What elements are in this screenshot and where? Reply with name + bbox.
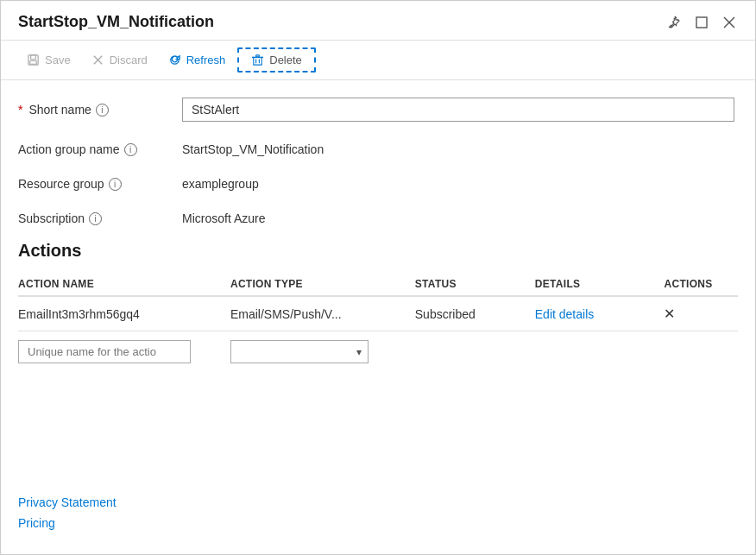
title-bar-controls [665, 14, 738, 31]
subscription-label: Subscription i [18, 206, 182, 225]
table-cell-action-type: Email/SMS/Push/V... [230, 296, 415, 331]
panel: StartStop_VM_Notification [0, 0, 756, 555]
add-action-remove-cell [664, 331, 738, 373]
panel-title: StartStop_VM_Notification [18, 13, 214, 31]
discard-button[interactable]: Discard [83, 48, 156, 72]
table-cell-action-name: EmailInt3m3rhm56gq4 [18, 296, 230, 331]
table-row: EmailInt3m3rhm56gq4 Email/SMS/Push/V... … [18, 296, 738, 331]
title-bar: StartStop_VM_Notification [1, 1, 755, 41]
subscription-info-icon[interactable]: i [89, 212, 102, 225]
footer-links: Privacy Statement Pricing [1, 487, 755, 554]
content-area: * Short name i Action group name i Start… [1, 80, 755, 487]
add-action-type-select[interactable]: Email/SMS/Push/Voice Webhook Automation … [230, 340, 369, 363]
subscription-field-row: Subscription i Microsoft Azure [18, 206, 738, 225]
actions-table: ACTION NAME ACTION TYPE STATUS DETAILS A… [18, 273, 738, 372]
svg-rect-1 [696, 17, 707, 28]
actions-section-title: Actions [18, 241, 738, 261]
save-button[interactable]: Save [18, 48, 79, 72]
col-header-action-name: ACTION NAME [18, 273, 230, 296]
svg-rect-10 [256, 55, 260, 57]
short-name-info-icon[interactable]: i [96, 104, 109, 117]
subscription-value: Microsoft Azure [182, 206, 265, 225]
privacy-statement-link[interactable]: Privacy Statement [18, 495, 738, 509]
add-action-row: Email/SMS/Push/Voice Webhook Automation … [18, 331, 738, 373]
remove-action-button[interactable]: ✕ [664, 306, 675, 322]
add-action-details-cell [535, 331, 665, 373]
add-action-status-cell [415, 331, 535, 373]
required-indicator: * [18, 103, 22, 117]
short-name-input[interactable] [182, 98, 734, 122]
col-header-action-type: ACTION TYPE [230, 273, 415, 296]
refresh-button[interactable]: Refresh [160, 48, 235, 72]
table-header-row: ACTION NAME ACTION TYPE STATUS DETAILS A… [18, 273, 738, 296]
table-cell-actions: ✕ [664, 296, 738, 331]
action-group-name-value: StartStop_VM_Notification [182, 137, 324, 156]
svg-rect-5 [31, 55, 36, 60]
col-header-status: STATUS [415, 273, 535, 296]
resource-group-field-row: Resource group i examplegroup [18, 172, 738, 191]
table-cell-details: Edit details [535, 296, 665, 331]
short-name-label: * Short name i [18, 98, 182, 117]
add-action-name-input[interactable] [18, 340, 191, 363]
resource-group-info-icon[interactable]: i [109, 178, 122, 191]
col-header-details: DETAILS [535, 273, 665, 296]
maximize-button[interactable] [693, 14, 710, 31]
resource-group-value: examplegroup [182, 172, 259, 191]
resource-group-label: Resource group i [18, 172, 182, 191]
svg-rect-6 [30, 60, 37, 64]
short-name-field-row: * Short name i [18, 98, 738, 122]
action-group-name-field-row: Action group name i StartStop_VM_Notific… [18, 137, 738, 156]
delete-button[interactable]: Delete [237, 47, 316, 73]
edit-details-link[interactable]: Edit details [535, 307, 594, 321]
add-action-name-cell [18, 331, 230, 373]
action-group-name-label: Action group name i [18, 137, 182, 156]
pricing-link[interactable]: Pricing [18, 516, 738, 530]
table-cell-status: Subscribed [415, 296, 535, 331]
action-group-name-info-icon[interactable]: i [124, 143, 137, 156]
add-action-type-cell: Email/SMS/Push/Voice Webhook Automation … [230, 331, 415, 373]
pin-button[interactable] [665, 14, 683, 31]
close-button[interactable] [721, 14, 738, 31]
toolbar: Save Discard Refresh Delete [1, 41, 755, 80]
col-header-actions: ACTIONS [664, 273, 738, 296]
